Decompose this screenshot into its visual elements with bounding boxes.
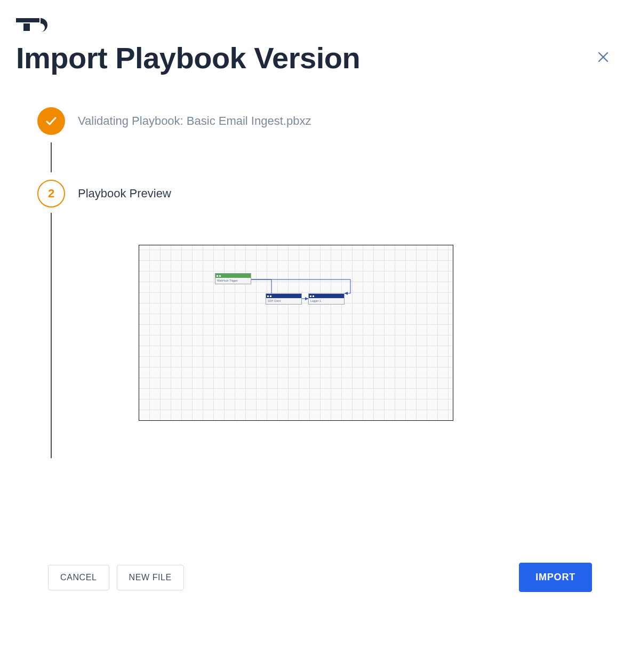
step-connector [51,142,52,172]
import-button[interactable]: IMPORT [519,563,592,592]
close-icon[interactable] [593,45,613,71]
svg-rect-0 [23,23,30,31]
preview-node-logger: Logger 1 [308,293,345,305]
page-title: Import Playbook Version [16,41,360,75]
step-preview-label: Playbook Preview [78,187,171,201]
step-validating: Validating Playbook: Basic Email Ingest.… [37,107,603,135]
preview-node-client-label: SSH Client [266,298,301,304]
app-logo [16,16,624,34]
playbook-preview-canvas: WebHook Trigger SSH Client Logger 1 [139,245,453,421]
preview-node-trigger: WebHook Trigger [215,273,251,284]
step-preview: 2 Playbook Preview [37,180,603,207]
check-icon [37,107,65,135]
preview-node-trigger-label: WebHook Trigger [215,278,251,284]
step-number-badge: 2 [37,180,65,207]
new-file-button[interactable]: NEW FILE [117,565,184,590]
cancel-button[interactable]: CANCEL [48,565,109,590]
preview-node-logger-label: Logger 1 [309,298,344,304]
svg-marker-5 [345,292,348,295]
step-validating-label: Validating Playbook: Basic Email Ingest.… [78,114,311,128]
step-connector [51,213,52,458]
preview-node-client: SSH Client [266,293,302,305]
